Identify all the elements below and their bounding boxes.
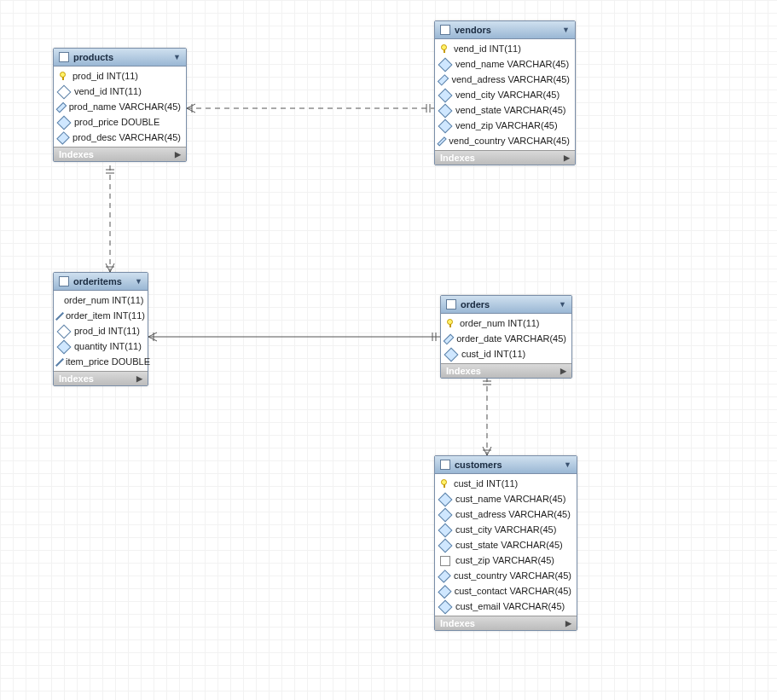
column-row[interactable]: quantity INT(11) — [54, 338, 148, 354]
column-name: prod_name VARCHAR(45) — [69, 101, 181, 112]
column-icon — [438, 538, 453, 552]
column-icon — [438, 103, 453, 118]
column-name: cust_contact VARCHAR(45) — [455, 586, 571, 596]
svg-line-3 — [187, 108, 195, 113]
table-icon — [440, 460, 450, 470]
column-name: prod_id INT(11) — [74, 326, 140, 336]
column-row[interactable]: cust_city VARCHAR(45) — [435, 522, 577, 537]
column-row[interactable]: prod_name VARCHAR(45) — [54, 99, 186, 114]
column-row[interactable]: cust_id INT(11) — [435, 476, 577, 491]
table-orders[interactable]: orders ▼ order_num INT(11)order_date VAR… — [440, 295, 572, 379]
svg-line-15 — [148, 337, 157, 341]
column-icon — [55, 312, 64, 321]
svg-line-2 — [187, 104, 195, 108]
indexes-bar[interactable]: Indexes ▶ — [441, 363, 571, 378]
column-name: order_item INT(11) — [66, 310, 145, 321]
svg-line-14 — [148, 333, 157, 337]
column-name: cust_country VARCHAR(45) — [454, 570, 571, 581]
column-row[interactable]: prod_id INT(11) — [54, 323, 148, 338]
table-title: orders — [461, 299, 559, 310]
column-name: cust_email VARCHAR(45) — [455, 601, 565, 611]
column-row[interactable]: order_num INT(11) — [441, 315, 571, 331]
indexes-label: Indexes — [59, 149, 94, 159]
primary-key-icon — [446, 319, 455, 327]
table-title: vendors — [455, 25, 562, 35]
column-row[interactable]: order_item INT(11) — [54, 308, 148, 323]
column-row[interactable]: item_price DOUBLE — [54, 354, 148, 369]
column-name: quantity INT(11) — [74, 341, 142, 351]
column-name: cust_id INT(11) — [454, 478, 518, 489]
primary-key-icon — [440, 479, 449, 488]
columns-list: cust_id INT(11)cust_name VARCHAR(45)cust… — [435, 474, 577, 616]
indexes-bar[interactable]: Indexes ▶ — [54, 147, 186, 161]
collapse-icon[interactable]: ▼ — [562, 26, 570, 34]
table-title: products — [73, 52, 173, 62]
column-row[interactable]: vend_zip VARCHAR(45) — [435, 118, 575, 133]
column-row[interactable]: cust_name VARCHAR(45) — [435, 491, 577, 506]
indexes-bar[interactable]: Indexes ▶ — [54, 371, 148, 385]
column-row[interactable]: cust_contact VARCHAR(45) — [435, 583, 577, 599]
indexes-bar[interactable]: Indexes ▶ — [435, 150, 575, 165]
collapse-icon[interactable]: ▼ — [559, 300, 566, 309]
chevron-right-icon: ▶ — [175, 150, 181, 159]
column-name: item_price DOUBLE — [66, 356, 150, 367]
column-row[interactable]: vend_adress VARCHAR(45) — [435, 72, 575, 87]
table-header[interactable]: vendors ▼ — [435, 21, 575, 39]
column-row[interactable]: cust_email VARCHAR(45) — [435, 599, 577, 614]
column-row[interactable]: vend_state VARCHAR(45) — [435, 102, 575, 118]
table-orderitems[interactable]: orderitems ▼ order_num INT(11)order_item… — [53, 272, 148, 386]
svg-line-10 — [106, 263, 110, 272]
collapse-icon[interactable]: ▼ — [135, 277, 142, 286]
column-row[interactable]: prod_desc VARCHAR(45) — [54, 130, 186, 145]
column-row[interactable]: order_date VARCHAR(45) — [441, 331, 571, 346]
column-icon — [444, 333, 455, 344]
column-row[interactable]: cust_country VARCHAR(45) — [435, 568, 577, 583]
column-row[interactable]: cust_state VARCHAR(45) — [435, 537, 577, 552]
column-icon — [57, 115, 72, 130]
column-row[interactable]: cust_adress VARCHAR(45) — [435, 506, 577, 522]
column-icon — [444, 347, 459, 362]
column-icon — [440, 556, 450, 566]
column-icon — [438, 74, 449, 86]
column-icon — [438, 584, 451, 598]
collapse-icon[interactable]: ▼ — [564, 460, 571, 469]
indexes-bar[interactable]: Indexes ▶ — [435, 616, 577, 630]
column-row[interactable]: vend_city VARCHAR(45) — [435, 87, 575, 102]
table-products[interactable]: products ▼ prod_id INT(11)vend_id INT(11… — [53, 48, 187, 162]
column-name: cust_city VARCHAR(45) — [455, 524, 556, 535]
column-name: prod_id INT(11) — [72, 71, 138, 81]
column-name: vend_id INT(11) — [74, 86, 142, 96]
svg-line-23 — [487, 447, 491, 455]
column-name: cust_zip VARCHAR(45) — [455, 555, 554, 565]
collapse-icon[interactable]: ▼ — [173, 53, 181, 61]
column-name: cust_id INT(11) — [461, 349, 525, 359]
columns-list: vend_id INT(11)vend_name VARCHAR(45)vend… — [435, 39, 575, 150]
table-customers[interactable]: customers ▼ cust_id INT(11)cust_name VAR… — [434, 455, 577, 631]
column-row[interactable]: vend_name VARCHAR(45) — [435, 56, 575, 72]
column-icon — [438, 119, 453, 133]
column-row[interactable]: cust_zip VARCHAR(45) — [435, 552, 577, 568]
indexes-label: Indexes — [446, 366, 481, 376]
column-row[interactable]: vend_id INT(11) — [54, 84, 186, 99]
table-vendors[interactable]: vendors ▼ vend_id INT(11)vend_name VARCH… — [434, 20, 576, 165]
foreign-key-icon — [57, 84, 72, 99]
column-name: prod_price DOUBLE — [74, 117, 159, 127]
svg-line-11 — [110, 263, 114, 272]
column-row[interactable]: order_num INT(11) — [54, 292, 148, 308]
column-icon — [438, 88, 453, 102]
column-row[interactable]: vend_country VARCHAR(45) — [435, 133, 575, 148]
table-title: customers — [455, 460, 564, 470]
column-row[interactable]: prod_id INT(11) — [54, 68, 186, 84]
table-header[interactable]: products ▼ — [54, 49, 186, 67]
column-name: vend_zip VARCHAR(45) — [455, 120, 558, 130]
column-row[interactable]: cust_id INT(11) — [441, 346, 571, 362]
column-name: vend_name VARCHAR(45) — [455, 59, 569, 69]
erd-canvas[interactable]: products ▼ prod_id INT(11)vend_id INT(11… — [0, 0, 777, 700]
chevron-right-icon: ▶ — [564, 153, 570, 162]
table-header[interactable]: customers ▼ — [435, 456, 577, 474]
table-header[interactable]: orders ▼ — [441, 296, 571, 314]
table-header[interactable]: orderitems ▼ — [54, 273, 148, 291]
column-icon — [56, 101, 67, 113]
column-row[interactable]: vend_id INT(11) — [435, 41, 575, 56]
column-row[interactable]: prod_price DOUBLE — [54, 114, 186, 130]
